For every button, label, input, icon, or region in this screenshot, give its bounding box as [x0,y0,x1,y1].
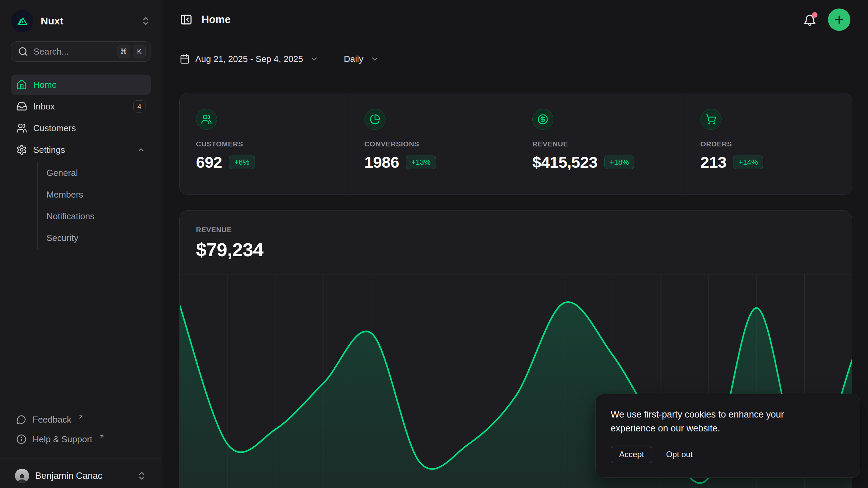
sidebar-nav: Home Inbox 4 Customers Settings [0,75,162,249]
sidebar-item-customers[interactable]: Customers [11,118,151,138]
home-icon [16,79,27,90]
chevron-down-icon [370,55,379,63]
panel-left-icon [180,13,193,26]
revenue-label: REVENUE [196,226,835,234]
revenue-value: $79,234 [196,239,835,261]
sidebar-collapse-button[interactable] [180,13,193,26]
calendar-icon [180,54,190,64]
stat-value: 213 [701,153,727,171]
user-menu-button[interactable]: Benjamin Canac [11,464,151,488]
cookie-optout-button[interactable]: Opt out [664,446,695,463]
sidebar-footer: Feedback Help & Support [0,410,162,454]
top-header: Home [162,0,868,39]
workspace-switcher[interactable]: Nuxt [11,10,151,32]
add-button[interactable] [828,8,850,31]
chevrons-up-down-icon [137,471,147,481]
message-bubble-icon [16,414,26,425]
cookie-banner: We use first-party cookies to enhance yo… [595,394,860,478]
date-range-picker[interactable]: Aug 21, 2025 - Sep 4, 2025 [180,54,319,64]
search-placeholder: Search... [34,46,114,57]
stat-delta-badge: +13% [406,156,436,169]
cookie-message: We use first-party cookies to enhance yo… [611,408,821,435]
help-support-link[interactable]: Help & Support [11,429,151,449]
circle-dollar-icon [532,109,553,130]
feedback-label: Feedback [33,414,71,425]
stat-label: ORDERS [701,140,836,148]
stat-delta-badge: +18% [604,156,634,169]
sidebar-item-inbox[interactable]: Inbox 4 [11,96,151,117]
inbox-icon [16,101,27,112]
sidebar: Nuxt Search... ⌘ K Home [0,0,162,488]
shopping-cart-icon [701,109,722,130]
stat-label: REVENUE [532,140,668,148]
sidebar-subitem-members[interactable]: Members [38,184,151,205]
workspace-name: Nuxt [41,15,141,27]
stats-card-group: CUSTOMERS 692 +6% CONVERSIONS 1986 +13% [179,93,852,195]
sidebar-subitem-security[interactable]: Security [38,227,151,249]
page-title: Home [201,14,803,26]
chevron-down-icon [310,55,319,63]
nuxt-logo [11,10,33,32]
stat-value: $415,523 [532,153,597,171]
feedback-link[interactable]: Feedback [11,410,151,429]
stat-delta-badge: +6% [229,156,255,169]
sidebar-subitem-notifications[interactable]: Notifications [38,205,151,227]
stat-value: 1986 [364,153,399,171]
help-support-label: Help & Support [33,434,92,445]
sidebar-item-label: Customers [33,123,145,134]
sidebar-item-home[interactable]: Home [11,75,151,95]
avatar [15,469,29,483]
sidebar-item-label: Home [33,80,145,90]
info-circle-icon [16,434,26,444]
period-select[interactable]: Daily [344,54,379,64]
external-link-icon [99,431,105,442]
users-icon [16,123,27,134]
settings-subnav: General Members Notifications Security [37,162,151,249]
chevron-up-icon [137,145,145,154]
search-input[interactable]: Search... ⌘ K [11,41,151,62]
stat-card-conversions[interactable]: CONVERSIONS 1986 +13% [348,93,516,195]
notifications-button[interactable] [803,13,816,26]
cookie-accept-button[interactable]: Accept [611,446,652,463]
stat-label: CUSTOMERS [196,140,332,148]
stat-label: CONVERSIONS [364,140,500,148]
stat-delta-badge: +14% [733,156,763,169]
notification-dot [812,12,817,18]
search-icon [18,46,28,57]
plus-icon [833,14,845,26]
gear-icon [16,144,27,155]
external-link-icon [78,412,84,422]
users-icon [196,109,217,130]
stat-value: 692 [196,153,222,171]
date-range-value: Aug 21, 2025 - Sep 4, 2025 [195,54,303,64]
user-zone: Benjamin Canac [0,459,162,488]
sidebar-item-label: Settings [33,145,131,155]
dashboard-page: Nuxt Search... ⌘ K Home [0,0,868,488]
stat-card-revenue[interactable]: REVENUE $415,523 +18% [516,93,684,195]
sidebar-item-label: Inbox [33,101,127,112]
chevrons-up-down-icon [141,16,151,26]
user-name: Benjamin Canac [35,471,131,481]
filters-toolbar: Aug 21, 2025 - Sep 4, 2025 Daily [162,39,868,79]
sidebar-item-settings[interactable]: Settings [11,140,151,160]
kbd-meta: ⌘ [117,45,130,58]
pie-chart-icon [364,109,386,130]
stat-card-customers[interactable]: CUSTOMERS 692 +6% [180,93,348,195]
sidebar-subitem-general[interactable]: General [38,162,151,184]
kbd-k: K [133,45,146,58]
stat-card-orders[interactable]: ORDERS 213 +14% [684,93,852,195]
inbox-count-badge: 4 [133,100,145,113]
period-value: Daily [344,54,363,64]
